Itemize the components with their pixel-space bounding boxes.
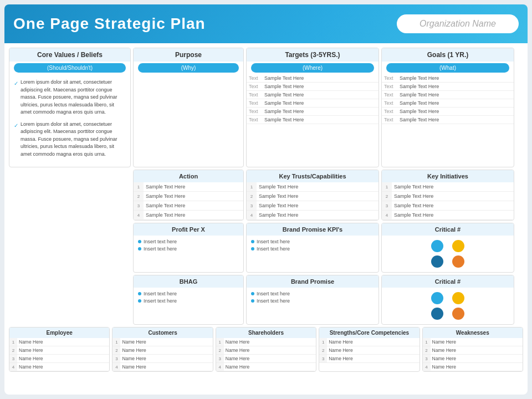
value: Sample Text Here (144, 192, 243, 201)
circle-col-blue-1 (431, 240, 443, 268)
value: Name Here (17, 355, 109, 363)
num: 4 (247, 211, 257, 220)
value: Name Here (224, 363, 316, 371)
targets-col: Targets (3-5YRS.) (Where) TextSample Tex… (246, 48, 379, 167)
value: Sample Text Here (397, 83, 514, 91)
empty-spacer2 (9, 223, 131, 273)
bullet-dot-icon-5 (138, 292, 141, 295)
num: 4 (112, 363, 120, 371)
value: Name Here (431, 346, 523, 355)
table-row: 3Name Here (9, 355, 109, 363)
targets-table: TextSample Text Here TextSample Text Her… (247, 74, 378, 124)
num: 1 (216, 338, 224, 346)
table-row: 2Name Here (112, 346, 212, 355)
table-row: 2Name Here (319, 346, 419, 355)
num: 1 (423, 338, 431, 346)
table-row: 1Sample Text Here (247, 182, 378, 192)
num: 1 (9, 338, 17, 346)
bullet-item-2: ✓ Lorem ipsum dolor sit amet, consectetu… (14, 121, 126, 158)
table-row: 3Sample Text Here (134, 201, 243, 211)
label: Text (247, 74, 262, 83)
customers-header: Customers (112, 328, 212, 338)
core-values-body: ✓ Lorem ipsum dolor sit amet, consectetu… (9, 74, 130, 167)
core-values-col: Core Values / Beliefs (Should/Shouldn't)… (9, 48, 131, 167)
num: 4 (423, 363, 431, 371)
table-row: TextSample Text Here (247, 83, 378, 91)
label: Text (382, 83, 397, 91)
profit-body: Insert text here Insert text here (134, 236, 243, 257)
header: One Page Strategic Plan Organization Nam… (4, 4, 528, 43)
circle-dark-blue-1 (431, 255, 443, 268)
table-row: TextSample Text Here (382, 108, 514, 116)
targets-subheader: (Where) (251, 63, 374, 73)
value: Name Here (17, 338, 109, 346)
employee-table: 1Name Here 2Name Here 3Name Here 4Name H… (9, 338, 109, 371)
goals-col: Goals (1 YR.) (What) TextSample Text Her… (381, 48, 514, 167)
goals-subheader: (What) (386, 63, 509, 73)
key-initiatives-header: Key Initiatives (382, 170, 514, 182)
circle-blue-1 (431, 240, 443, 252)
table-row: 4Sample Text Here (382, 211, 514, 220)
profit-item-2: Insert text here (138, 246, 239, 252)
critical-2-header: Critical # (382, 275, 514, 288)
critical-2-body (382, 288, 514, 324)
brand-kpis-header: Brand Promise KPI's (247, 223, 378, 236)
value: Sample Text Here (397, 99, 514, 108)
value: Name Here (120, 363, 212, 371)
weaknesses-col: Weaknesses 1Name Here 2Name Here 3Name H… (422, 327, 523, 372)
shareholders-col: Shareholders 1Name Here 2Name Here 3Name… (216, 327, 316, 372)
empty-spacer (9, 170, 131, 221)
bullet-dot-icon-7 (251, 292, 254, 295)
value: Sample Text Here (262, 99, 378, 108)
strengths-table: 1Name Here 2Name Here 3Name Here (319, 338, 419, 363)
table-row: 4Name Here (112, 363, 212, 371)
bhag-text-2: Insert text here (144, 298, 177, 304)
table-row: TextSample Text Here (382, 83, 514, 91)
table-row: 4Sample Text Here (134, 211, 243, 220)
table-row: 1Name Here (423, 338, 523, 346)
circle-orange-1 (452, 255, 464, 268)
value: Sample Text Here (262, 83, 378, 91)
bottom-section: Employee 1Name Here 2Name Here 3Name Her… (9, 327, 523, 372)
table-row: TextSample Text Here (247, 91, 378, 99)
label: Text (247, 83, 262, 91)
purpose-col: Purpose (Why) (133, 48, 244, 167)
weaknesses-header: Weaknesses (423, 328, 523, 338)
table-row: 4Name Here (216, 363, 316, 371)
value: Sample Text Here (144, 211, 243, 220)
brand-kpi-text-1: Insert text here (257, 239, 290, 244)
value: Name Here (17, 363, 109, 371)
org-name-box[interactable]: Organization Name (397, 14, 519, 33)
value: Sample Text Here (257, 182, 378, 192)
num: 1 (382, 182, 392, 192)
table-row: 1Name Here (9, 338, 109, 346)
customers-table: 1Name Here 2Name Here 3Name Here 4Name H… (112, 338, 212, 371)
label: Text (247, 99, 262, 108)
goals-table: TextSample Text Here TextSample Text Her… (382, 74, 514, 124)
check-icon-1: ✓ (14, 79, 18, 88)
value: Sample Text Here (392, 182, 514, 192)
bhag-item-1: Insert text here (138, 291, 239, 296)
value: Name Here (224, 355, 316, 363)
brand-kpi-item-1: Insert text here (251, 239, 374, 244)
key-initiatives-table: 1Sample Text Here 2Sample Text Here 3Sam… (382, 182, 514, 220)
value: Name Here (120, 338, 212, 346)
num: 4 (134, 211, 144, 220)
value: Sample Text Here (257, 201, 378, 211)
value: Sample Text Here (397, 91, 514, 99)
table-row: TextSample Text Here (247, 99, 378, 108)
brand-promise-header: Brand Promise (247, 275, 378, 288)
num: 2 (382, 192, 392, 201)
bhag-section: BHAG Insert text here Insert text here B… (9, 275, 523, 325)
value: Sample Text Here (262, 74, 378, 83)
table-row: 3Name Here (319, 355, 419, 363)
key-initiatives-col: Key Initiatives 1Sample Text Here 2Sampl… (381, 170, 514, 221)
table-row: 2Sample Text Here (382, 192, 514, 201)
employee-col: Employee 1Name Here 2Name Here 3Name Her… (9, 327, 110, 372)
circle-yellow-2 (452, 292, 464, 304)
table-row: TextSample Text Here (382, 74, 514, 83)
value: Name Here (327, 338, 419, 346)
table-row: TextSample Text Here (382, 116, 514, 124)
brand-kpi-text-2: Insert text here (257, 246, 290, 252)
label: Text (382, 99, 397, 108)
